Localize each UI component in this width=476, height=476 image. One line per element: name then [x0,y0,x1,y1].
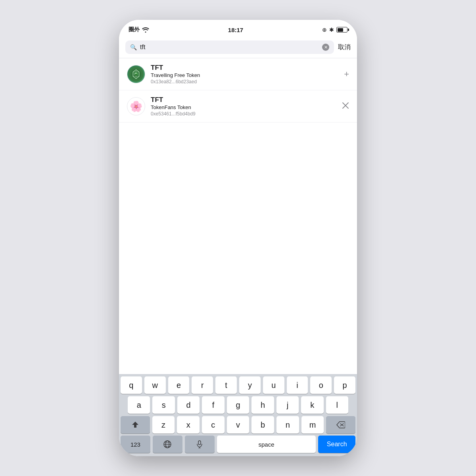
key-e[interactable]: e [168,376,190,394]
svg-rect-3 [135,74,137,76]
delete-key[interactable] [326,416,355,434]
token-icon-2: 🌸 [127,97,145,115]
status-right: ⊕ ✱ [322,27,347,33]
key-a[interactable]: a [128,396,150,414]
token-remove-button-2[interactable] [342,102,349,111]
key-y[interactable]: y [239,376,261,394]
shift-key[interactable] [121,416,150,434]
carrier-label: 圈外 [129,26,140,33]
phone-frame: 圈外 18:17 ⊕ ✱ 🔍 tft ✕ 取消 [119,20,357,456]
key-f[interactable]: f [202,396,224,414]
results-area: TFT Travelling Free Token 0x13ea82...6bd… [119,58,357,374]
key-x[interactable]: x [177,416,200,434]
search-bar-container: 🔍 tft ✕ 取消 [119,37,357,58]
token-item-1[interactable]: TFT Travelling Free Token 0x13ea82...6bd… [119,58,357,90]
key-m[interactable]: m [301,416,324,434]
key-q[interactable]: q [121,376,142,394]
token-info-1: TFT Travelling Free Token 0x13ea82...6bd… [151,64,338,84]
key-n[interactable]: n [276,416,299,434]
token-add-button-1[interactable]: + [344,69,349,79]
token-info-2: TFT TokenFans Token 0xe53461...f5bd4bd9 [151,96,336,117]
numbers-key[interactable]: 123 [121,436,150,453]
key-s[interactable]: s [152,396,175,414]
key-w[interactable]: w [144,376,166,394]
search-icon: 🔍 [130,44,137,50]
svg-rect-14 [198,441,201,445]
key-k[interactable]: k [301,396,323,414]
key-g[interactable]: g [227,396,249,414]
token-address-1: 0x13ea82...6bd23aed [151,79,338,84]
token-symbol-1: TFT [151,64,338,72]
search-input[interactable]: tft [140,44,319,51]
search-label: Search [327,441,347,448]
token-item-2[interactable]: 🌸 TFT TokenFans Token 0xe53461...f5bd4bd… [119,90,357,123]
token-icon-1 [127,65,145,83]
cancel-button[interactable]: 取消 [338,43,351,52]
key-u[interactable]: u [263,376,284,394]
location-icon: ⊕ [322,27,327,33]
keyboard-row-1: q w e r t y u i o p [119,374,357,394]
token-symbol-2: TFT [151,96,336,104]
token-fullname-2: TokenFans Token [151,104,336,110]
clear-button[interactable]: ✕ [322,44,329,51]
battery-fill [338,28,344,32]
key-j[interactable]: j [276,396,299,414]
keyboard-row-bottom: 123 space [119,434,357,456]
globe-key[interactable] [153,436,182,453]
microphone-key[interactable] [185,436,215,453]
token-address-2: 0xe53461...f5bd4bd9 [151,111,336,117]
key-b[interactable]: b [251,416,274,434]
keyboard: q w e r t y u i o p a s d f g h j k l [119,374,357,456]
key-z[interactable]: z [152,416,175,434]
key-l[interactable]: l [326,396,348,414]
key-t[interactable]: t [215,376,237,394]
numbers-label: 123 [131,441,140,448]
status-left: 圈外 [129,26,149,33]
token-fullname-1: Travelling Free Token [151,72,338,78]
token-emoji-2: 🌸 [130,100,142,113]
wifi-icon [142,27,149,33]
key-r[interactable]: r [192,376,213,394]
keyboard-row-3: z x c v b n m [119,414,357,434]
key-o[interactable]: o [310,376,332,394]
key-c[interactable]: c [202,416,225,434]
battery-icon [336,27,347,33]
time-display: 18:17 [228,27,243,33]
search-key[interactable]: Search [318,436,355,453]
key-i[interactable]: i [287,376,308,394]
space-key[interactable]: space [217,436,316,453]
search-field[interactable]: 🔍 tft ✕ [125,40,334,54]
keyboard-row-2: a s d f g h j k l [119,394,357,414]
key-v[interactable]: v [227,416,250,434]
status-bar: 圈外 18:17 ⊕ ✱ [119,20,357,37]
key-h[interactable]: h [251,396,274,414]
key-d[interactable]: d [177,396,200,414]
key-p[interactable]: p [334,376,355,394]
space-label: space [259,441,274,448]
bluetooth-icon: ✱ [329,27,334,33]
